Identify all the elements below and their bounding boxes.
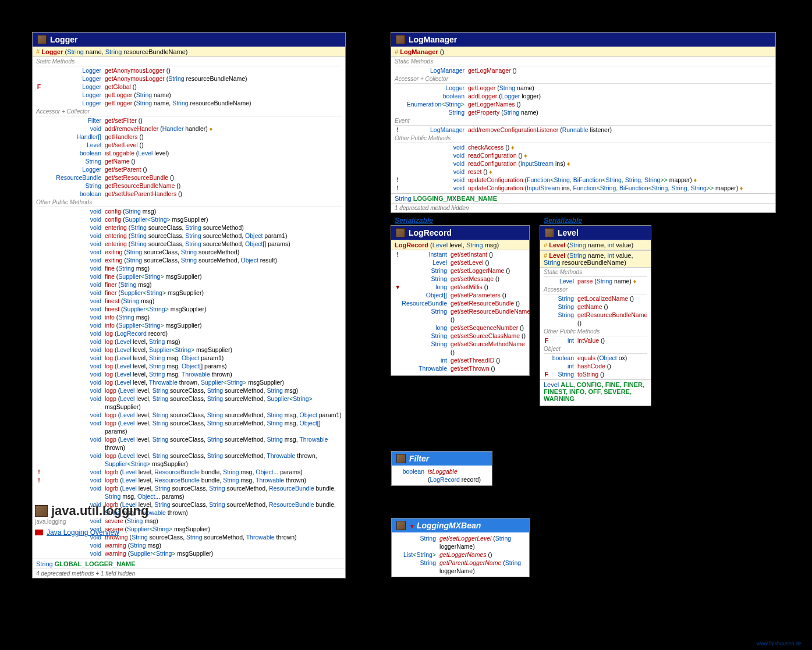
method-row: voidreadConfiguration (InputStream ins) … <box>395 159 772 168</box>
method-row: voidfiner (String msg) <box>36 280 342 289</box>
section-title: Accessor + Collector <box>36 107 342 116</box>
method-row: voidfiner (Supplier<String> msgSupplier) <box>36 289 342 297</box>
panel-mxbean: LoggingMXBean Stringget/setLoggerLevel (… <box>391 518 530 577</box>
method-row: booleanisLoggable (LogRecord record) <box>395 467 488 484</box>
class-icon <box>396 35 405 44</box>
method-row: voidentering (String sourceClass, String… <box>36 232 342 240</box>
section-title: Object <box>544 344 647 354</box>
header-mxbean: LoggingMXBean <box>392 518 529 532</box>
method-row: Loggerget/setParent () <box>36 165 342 173</box>
method-row: StringgetName () <box>544 303 647 311</box>
method-row: booleanequals (Object ox) <box>544 354 647 362</box>
method-row: voidlog (Level level, String msg, Object… <box>36 354 342 362</box>
method-row: StringgetName () <box>36 157 342 165</box>
method-row: LoggergetLogger (String name) <box>36 91 342 99</box>
method-row: StringgetParentLoggerName (String logger… <box>395 559 526 575</box>
method-row: longget/setSequenceNumber () <box>395 324 526 332</box>
method-row: voidlogp (Level level, String sourceClas… <box>36 411 342 419</box>
method-row: voidadd/removeHandler (Handler handler) … <box>36 125 342 133</box>
method-row: !voidupdateConfiguration (Function<Strin… <box>395 176 772 184</box>
method-row: Levelget/setLevel () <box>36 141 342 149</box>
method-row: voidfinest (Supplier<String> msgSupplier… <box>36 305 342 313</box>
method-row: voidentering (String sourceClass, String… <box>36 240 342 248</box>
method-row: voidlog (Level level, Throwable thrown, … <box>36 378 342 386</box>
title-level: Level <box>558 228 579 237</box>
method-row: Stringget/setLoggerName () <box>395 267 526 275</box>
const-logger: String GLOBAL_LOGGER_NAME <box>33 559 345 569</box>
method-row: Handler[]getHandlers () <box>36 133 342 141</box>
oracle-icon <box>35 530 43 535</box>
panel-filter: Filter booleanisLoggable (LogRecord reco… <box>391 451 492 486</box>
method-row: StringgetProperty (String name) <box>395 108 772 116</box>
method-row: voidlogp (Level level, String sourceClas… <box>36 395 342 411</box>
method-row: Stringget/setMessage () <box>395 275 526 283</box>
method-row: !voidupdateConfiguration (InputStream in… <box>395 184 772 192</box>
method-row: Stringget/setSourceMethodName () <box>395 340 526 356</box>
method-row: StringgetLocalizedName () <box>544 294 647 303</box>
method-row: voidreset () ♦ <box>395 168 772 176</box>
method-row: voidlogp (Level level, String sourceClas… <box>36 435 342 452</box>
method-row: LoggergetAnonymousLogger (String resourc… <box>36 74 342 83</box>
method-row: LogManagergetLogManager () <box>395 66 772 74</box>
footer-logmanager: 1 deprecated method hidden <box>391 203 775 212</box>
header-filter: Filter <box>392 452 492 466</box>
method-row: voidentering (String sourceClass, String… <box>36 223 342 232</box>
method-row: !Instantget/setInstant () <box>395 250 526 258</box>
method-row: voidfine (Supplier<String> msgSupplier) <box>36 272 342 280</box>
panel-logrecord: LogRecord LogRecord (Level level, String… <box>391 225 530 376</box>
method-row: FLoggergetGlobal () <box>36 83 342 91</box>
method-row: voidlogp (Level level, String sourceClas… <box>36 419 342 435</box>
method-row: voidfine (String msg) <box>36 264 342 272</box>
method-row: voidlogp (Level level, String sourceClas… <box>36 386 342 395</box>
method-row: LoggergetLogger (String name, String res… <box>36 99 342 107</box>
section-title: Accessor + Collector <box>395 74 772 84</box>
watermark-link[interactable]: www.falkhausen.de <box>756 641 802 647</box>
header-logger: Logger <box>33 33 345 47</box>
class-icon <box>37 35 47 44</box>
method-row: FStringtoString () <box>544 370 647 378</box>
method-row: booleanisLoggable (Level level) <box>36 149 342 157</box>
overview-link[interactable]: Java Logging Overview <box>35 528 148 537</box>
title-mxbean: LoggingMXBean <box>409 521 481 530</box>
method-row: voidlog (Level level, String msg, Object… <box>36 362 342 370</box>
method-row: voidwarning (Supplier<String> msgSupplie… <box>36 549 342 557</box>
class-icon <box>545 228 554 237</box>
header-logrecord: LogRecord <box>391 226 529 240</box>
method-row: voidconfig (Supplier<String> msgSupplier… <box>36 215 342 223</box>
title-logmanager: LogManager <box>409 35 457 44</box>
method-row: booleanaddLogger (Logger logger) <box>395 92 772 100</box>
method-row: Filterget/setFilter () <box>36 116 342 125</box>
method-row: voidinfo (String msg) <box>36 313 342 321</box>
method-row: voidconfig (String msg) <box>36 207 342 215</box>
method-row: Stringget/setLoggerLevel (String loggerN… <box>395 534 526 550</box>
constructor: # Logger (String name, String resourceBu… <box>33 47 345 57</box>
class-icon <box>396 228 405 237</box>
section-title: Accessor <box>544 285 647 294</box>
method-row: !LogManageradd/removeConfigurationListen… <box>395 126 772 134</box>
method-row: booleanget/setUseParentHandlers () <box>36 190 342 198</box>
method-row: voidexiting (String sourceClass, String … <box>36 256 342 264</box>
section-title: Other Public Methods <box>544 327 647 336</box>
method-row: List<String>getLoggerNames () <box>395 550 526 559</box>
interface-icon <box>396 454 406 463</box>
serial-logrecord: Serializable <box>395 216 433 225</box>
title-filter: Filter <box>409 454 429 463</box>
section-title: Static Methods <box>36 57 342 66</box>
method-row: Throwableget/setThrown () <box>395 364 526 372</box>
const-level: Level ALL, CONFIG, FINE, FINER, FINEST, … <box>540 379 651 406</box>
const-logmanager: String LOGGING_MXBEAN_NAME <box>391 193 775 203</box>
package-name: java.util.logging <box>51 503 148 518</box>
panel-logmanager: LogManager # LogManager () Static Method… <box>391 32 776 213</box>
method-row: Enumeration<String>getLoggerNames () <box>395 100 772 108</box>
method-row: ResourceBundleget/setResourceBundle () <box>36 173 342 182</box>
header-logmanager: LogManager <box>391 33 775 47</box>
method-row: FintintValue () <box>544 336 647 344</box>
constructor: LogRecord (Level level, String msg) <box>391 240 529 250</box>
header-level: Level <box>540 226 651 240</box>
constructor: # Level (String name, int value, String … <box>540 250 651 268</box>
method-row: voidlogp (Level level, String sourceClas… <box>36 452 342 468</box>
footer-logger: 4 deprecated methods + 1 field hidden <box>33 569 345 578</box>
method-row: ▼longget/setMillis () <box>395 283 526 291</box>
method-row: voidlog (LogRecord record) <box>36 329 342 338</box>
method-row: LoggergetAnonymousLogger () <box>36 66 342 74</box>
